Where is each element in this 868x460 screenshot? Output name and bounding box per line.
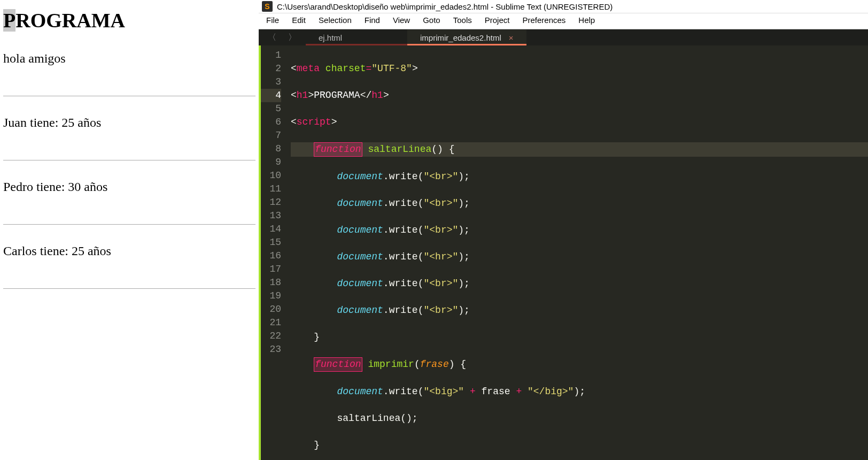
line-number: 16 (261, 249, 281, 263)
line-number: 12 (261, 196, 281, 209)
output-line: Carlos tiene: 25 años (3, 244, 111, 258)
output-line: Juan tiene: 25 años (3, 116, 101, 129)
nav-forward-button[interactable]: 〉 (282, 29, 303, 45)
menu-tools[interactable]: Tools (448, 13, 477, 27)
line-number: 3 (261, 75, 281, 89)
line-number: 21 (261, 316, 281, 329)
chevron-right-icon: 〉 (288, 32, 297, 43)
line-number: 1 (261, 49, 281, 62)
close-icon[interactable]: × (509, 33, 514, 42)
line-number: 5 (261, 102, 281, 116)
code-area[interactable]: <meta charset="UTF-8"> <h1>PROGRAMA</h1>… (286, 45, 868, 460)
heading-first-letter: P (3, 9, 15, 32)
line-number: 19 (261, 289, 281, 303)
sublime-window: S C:\Users\arand\Desktop\diseño web\impr… (259, 0, 868, 460)
menu-help[interactable]: Help (573, 13, 600, 27)
heading-rest: ROGRAMA (15, 9, 125, 32)
nav-back-button[interactable]: 〈 (262, 29, 282, 45)
selection-function-keyword: function (314, 142, 362, 157)
chevron-left-icon: 〈 (268, 32, 276, 43)
line-number: 14 (261, 223, 281, 236)
sublime-logo-icon: S (262, 1, 273, 12)
window-title: C:\Users\arand\Desktop\diseño web\imprim… (277, 2, 613, 11)
menu-project[interactable]: Project (479, 13, 515, 27)
menu-goto[interactable]: Goto (417, 13, 446, 27)
line-number: 9 (261, 156, 281, 169)
line-number: 17 (261, 263, 281, 276)
menu-edit[interactable]: Edit (286, 13, 311, 27)
line-number: 23 (261, 343, 281, 356)
tab-ej-html[interactable]: ej.html (306, 29, 407, 45)
menu-view[interactable]: View (387, 13, 415, 27)
line-number: 2 (261, 62, 281, 75)
output-line: hola amigos (3, 51, 66, 65)
line-number: 4 (261, 89, 281, 102)
line-number: 18 (261, 276, 281, 289)
line-number: 22 (261, 329, 281, 343)
line-number-gutter: 1234567891011121314151617181920212223 (261, 45, 286, 460)
menu-selection[interactable]: Selection (313, 13, 357, 27)
line-number: 8 (261, 142, 281, 156)
code-editor[interactable]: 1234567891011121314151617181920212223 <m… (259, 45, 868, 460)
line-number: 20 (261, 303, 281, 316)
output-line: Pedro tiene: 30 años (3, 180, 107, 194)
line-number: 13 (261, 209, 281, 223)
tab-imprimir-edades2[interactable]: imprimir_edades2.html × (407, 29, 526, 45)
line-number: 7 (261, 129, 281, 142)
tab-bar: 〈 〉 ej.html imprimir_edades2.html × (259, 29, 868, 45)
selection-function-keyword: function (314, 357, 362, 372)
title-bar[interactable]: S C:\Users\arand\Desktop\diseño web\impr… (259, 0, 868, 13)
line-number: 10 (261, 169, 281, 182)
menu-file[interactable]: File (261, 13, 284, 27)
tab-label: ej.html (319, 33, 342, 42)
menu-preferences[interactable]: Preferences (517, 13, 571, 27)
browser-output-panel: PROGRAMA hola amigos Juan tiene: 25 años… (0, 0, 259, 460)
menu-bar: File Edit Selection Find View Goto Tools… (259, 13, 868, 29)
menu-find[interactable]: Find (359, 13, 385, 27)
line-number: 6 (261, 116, 281, 129)
line-number: 11 (261, 182, 281, 196)
tab-label: imprimir_edades2.html (420, 33, 501, 42)
line-number: 15 (261, 236, 281, 249)
page-heading: PROGRAMA (3, 9, 255, 32)
